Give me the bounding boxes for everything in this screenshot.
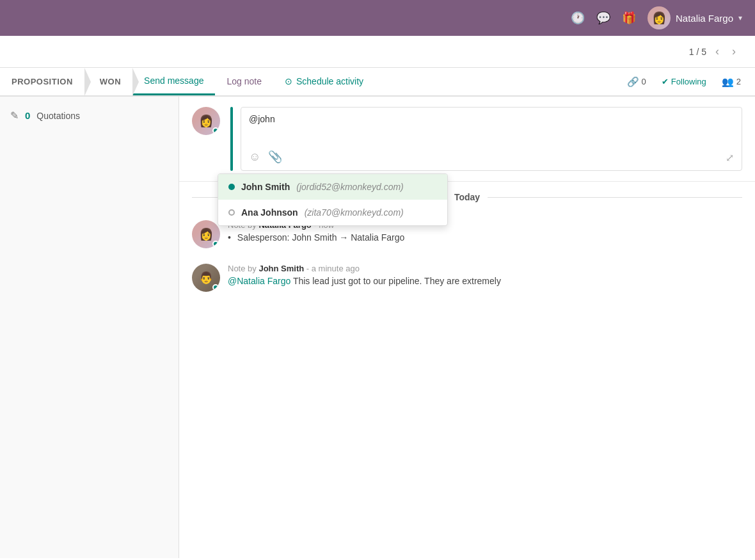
sidebar: ✎ 0 Quotations bbox=[0, 97, 179, 558]
pagination-next-button[interactable]: › bbox=[728, 44, 740, 60]
msg-body-john: @Natalia Fargo This lead just got to our… bbox=[228, 276, 742, 286]
compose-area: 👩 @john ☺ 📎 ⤢ bbox=[179, 97, 755, 182]
message-area: 👩 @john ☺ 📎 ⤢ bbox=[179, 97, 755, 558]
pagination-info: 1 / 5 bbox=[689, 47, 706, 57]
following-action[interactable]: ✔ Following bbox=[655, 73, 713, 90]
bullet-icon: • bbox=[228, 232, 231, 243]
status-tab-won[interactable]: WON bbox=[84, 68, 132, 95]
online-status-dot bbox=[212, 127, 219, 134]
chevron-down-icon: ▾ bbox=[738, 13, 742, 22]
status-tabs-row: PROPOSITION WON Send message Log note ⊙ … bbox=[0, 68, 755, 97]
followers-icon: 👥 bbox=[722, 76, 734, 88]
expand-icon[interactable]: ⤢ bbox=[726, 152, 734, 164]
edit-icon: ✎ bbox=[10, 109, 19, 122]
tab-log-note[interactable]: Log note bbox=[215, 68, 273, 95]
compose-row: 👩 @john ☺ 📎 ⤢ bbox=[192, 107, 742, 171]
action-tabs: Send message Log note ⊙ Schedule activit… bbox=[132, 68, 613, 95]
chat-icon[interactable]: 💬 bbox=[596, 11, 610, 25]
online-dot-icon bbox=[228, 184, 235, 190]
gift-icon[interactable]: 🎁 bbox=[622, 11, 636, 25]
topbar: 🕐 💬 🎁 👩 Natalia Fargo ▾ bbox=[0, 0, 755, 36]
clock-icon[interactable]: 🕐 bbox=[571, 11, 585, 25]
status-dot bbox=[212, 241, 219, 247]
status-tab-proposition[interactable]: PROPOSITION bbox=[0, 68, 84, 95]
compose-input-container[interactable]: @john ☺ 📎 ⤢ bbox=[241, 107, 742, 171]
compose-toolbar: ☺ 📎 bbox=[249, 146, 734, 164]
clock-outline-icon: ⊙ bbox=[285, 76, 292, 86]
compose-input[interactable]: @john bbox=[249, 114, 734, 140]
mention-item-ana[interactable]: Ana Johnson (zita70@kmonkeyd.com) bbox=[218, 200, 447, 225]
content-area: 1 / 5 ‹ › PROPOSITION WON Send message L… bbox=[0, 36, 755, 560]
mention-item-john[interactable]: John Smith (jordid52@kmonkeyd.com) bbox=[218, 174, 447, 200]
attachments-action[interactable]: 🔗 0 bbox=[621, 72, 653, 92]
offline-dot-icon bbox=[228, 209, 235, 216]
quotations-widget[interactable]: ✎ 0 Quotations bbox=[10, 109, 168, 122]
followers-action[interactable]: 👥 2 bbox=[715, 72, 747, 92]
pagination-row: 1 / 5 ‹ › bbox=[0, 36, 755, 68]
compose-avatar: 👩 bbox=[192, 107, 220, 135]
user-name: Natalia Fargo bbox=[676, 13, 733, 24]
msg-avatar-john: 👨 bbox=[192, 264, 220, 292]
main-layout: ✎ 0 Quotations 👩 @john ☺ bbox=[0, 97, 755, 558]
msg-content-john: Note by John Smith - a minute ago @Natal… bbox=[228, 264, 742, 292]
emoji-icon[interactable]: ☺ bbox=[249, 150, 260, 164]
mention-dropdown: John Smith (jordid52@kmonkeyd.com) Ana J… bbox=[218, 173, 448, 226]
msg-header-john: Note by John Smith - a minute ago bbox=[228, 264, 742, 273]
tab-send-message[interactable]: Send message bbox=[132, 68, 215, 95]
tab-schedule-activity[interactable]: ⊙ Schedule activity bbox=[273, 68, 375, 95]
avatar: 👩 bbox=[648, 6, 671, 29]
attach-icon[interactable]: 📎 bbox=[268, 150, 282, 164]
user-menu[interactable]: 👩 Natalia Fargo ▾ bbox=[648, 6, 742, 29]
status-dot-john bbox=[212, 284, 219, 291]
compose-left-bar bbox=[230, 107, 233, 171]
link-icon: 🔗 bbox=[627, 76, 639, 88]
msg-avatar-natalia: 👩 bbox=[192, 220, 220, 248]
message-item-john: 👨 Note by John Smith - a minute ago @Nat… bbox=[179, 256, 755, 300]
msg-body-natalia: • Salesperson: John Smith → Natalia Farg… bbox=[228, 232, 742, 243]
meta-actions: 🔗 0 ✔ Following 👥 2 bbox=[613, 68, 755, 95]
pagination-prev-button[interactable]: ‹ bbox=[711, 44, 723, 60]
check-icon: ✔ bbox=[662, 77, 669, 86]
